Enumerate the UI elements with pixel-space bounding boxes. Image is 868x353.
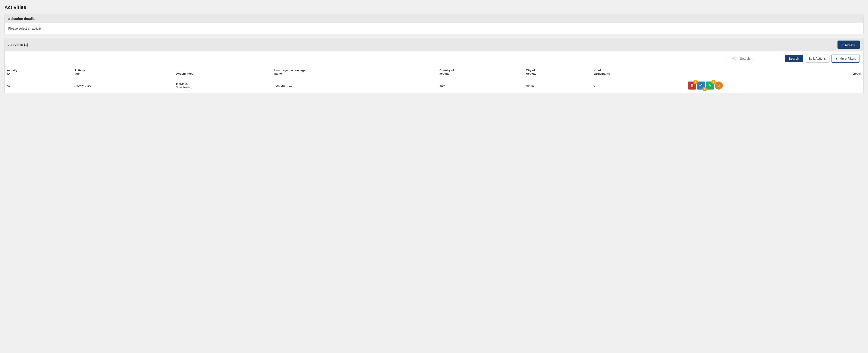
activities-card: Activities (1) + Create 🔍 Search Bulk Ac… — [4, 38, 864, 93]
other-button-wrapper: ○ — [715, 82, 723, 90]
activities-table: ActivityID Activitytitle Activity type H… — [5, 66, 863, 93]
cell-country: Italy — [437, 78, 524, 93]
create-button[interactable]: + Create — [837, 40, 860, 49]
search-icon: 🔍 — [730, 55, 738, 62]
reload-link[interactable]: [reload] — [850, 72, 861, 75]
action-buttons: 1 🗑 2 👁 — [688, 82, 861, 90]
page-title: Activities — [4, 4, 864, 10]
cell-actions: 1 🗑 2 👁 — [686, 78, 863, 93]
activities-title: Activities (1) — [8, 43, 28, 47]
other-button[interactable]: ○ — [715, 82, 723, 90]
selection-details-header: Selection details — [5, 14, 863, 23]
cell-activity-type: IndividualVolunteering — [174, 78, 272, 93]
bulk-actions-button[interactable]: Bulk Actions — [805, 55, 830, 63]
activities-table-wrapper: ActivityID Activitytitle Activity type H… — [5, 66, 863, 93]
view-button-wrapper: 2 👁 — [697, 82, 705, 90]
table-header-row: ActivityID Activitytitle Activity type H… — [5, 66, 863, 78]
search-input[interactable] — [738, 55, 783, 62]
edit-icon: ✎ — [708, 84, 711, 88]
edit-button-wrapper: 3 ✎ — [706, 82, 714, 90]
more-filters-button[interactable]: ▼ More Filters — [831, 55, 860, 63]
col-country: Country ofactivity — [437, 66, 524, 78]
cell-city: Roma — [524, 78, 591, 93]
search-button[interactable]: Search — [785, 55, 803, 62]
col-host-org: Host organisation legalname — [272, 66, 437, 78]
col-city: City ofActivity — [524, 66, 591, 78]
view-badge: 2 — [702, 87, 707, 91]
activities-header: Activities (1) + Create — [5, 38, 863, 52]
cell-participants: 0 — [591, 78, 686, 93]
selection-details-body: Please select an activity — [5, 23, 863, 34]
col-actions: [reload] — [686, 66, 863, 78]
view-icon: 👁 — [699, 84, 703, 88]
delete-badge: 1 — [693, 80, 698, 84]
col-participants: No ofparticipants — [591, 66, 686, 78]
col-activity-type: Activity type — [174, 66, 272, 78]
edit-badge: 3 — [711, 80, 716, 84]
cell-activity-title: Activity "ABC" — [72, 78, 174, 93]
delete-button-wrapper: 1 🗑 — [688, 82, 696, 90]
cell-host-org: Test-org.IT.01 — [272, 78, 437, 93]
selection-placeholder-text: Please select an activity — [8, 27, 41, 30]
col-activity-id: ActivityID — [5, 66, 72, 78]
selection-details-card: Selection details Please select an activ… — [4, 14, 864, 34]
filter-icon: ▼ — [835, 57, 838, 60]
circle-icon: ○ — [717, 83, 720, 88]
table-row: A1 Activity "ABC" IndividualVolunteering… — [5, 78, 863, 93]
toolbar: 🔍 Search Bulk Actions ▼ More Filters — [5, 52, 863, 66]
col-activity-title: Activitytitle — [72, 66, 174, 78]
cell-activity-id: A1 — [5, 78, 72, 93]
search-wrapper: 🔍 — [730, 55, 783, 62]
delete-icon: 🗑 — [690, 84, 694, 88]
